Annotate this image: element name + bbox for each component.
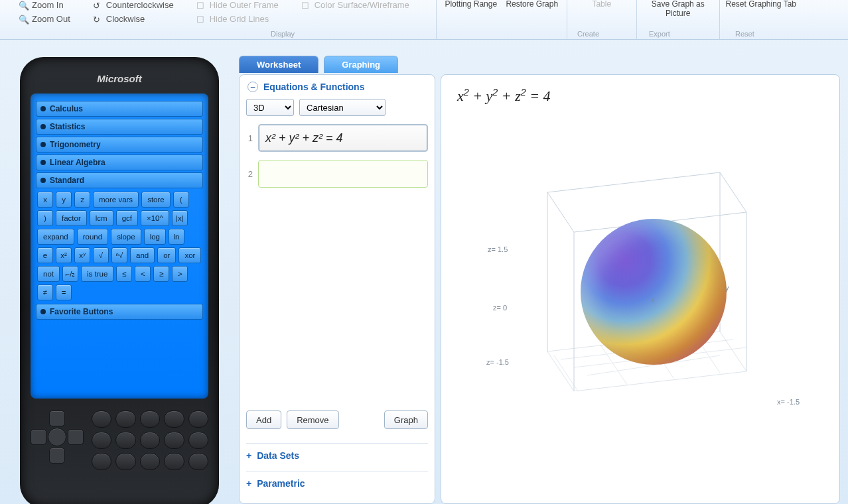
ccw-icon: ↺ <box>93 1 102 10</box>
key-x[interactable]: x <box>37 192 53 208</box>
key-pow[interactable]: xʸ <box>74 247 90 263</box>
bullet-icon <box>40 309 46 314</box>
rotate-cw-button[interactable]: ↻Clockwise <box>93 14 174 24</box>
key-abs[interactable]: |x| <box>172 210 188 226</box>
hw-key[interactable] <box>140 432 160 449</box>
key-ln[interactable]: ln <box>169 229 184 245</box>
restore-graph-button[interactable]: Restore Graph <box>502 0 563 9</box>
section-calculus[interactable]: Calculus <box>36 101 203 117</box>
zoom-out-button[interactable]: 🔍Zoom Out <box>19 14 70 24</box>
remove-button[interactable]: Remove <box>287 410 338 429</box>
hw-key[interactable] <box>164 453 184 470</box>
key-sci[interactable]: ×10^ <box>141 210 169 226</box>
equation-input-1[interactable]: x² + y² + z² = 4 <box>258 124 428 152</box>
key-nroot[interactable]: ⁿ√ <box>111 247 127 263</box>
bullet-icon <box>40 106 46 111</box>
svg-line-9 <box>554 355 581 391</box>
hw-key[interactable] <box>164 432 184 449</box>
key-ge[interactable]: ≥ <box>153 266 169 282</box>
key-y[interactable]: y <box>56 192 72 208</box>
key-istrue[interactable]: is true <box>81 266 113 282</box>
key-lparen[interactable]: ( <box>173 192 189 208</box>
section-data-sets[interactable]: +Data Sets <box>246 443 428 461</box>
hw-key[interactable] <box>188 432 208 449</box>
section-statistics[interactable]: Statistics <box>36 119 203 135</box>
key-round[interactable]: round <box>77 229 108 245</box>
add-button[interactable]: Add <box>246 410 281 429</box>
hw-key[interactable] <box>92 432 111 449</box>
key-ne[interactable]: ≠ <box>37 284 53 300</box>
key-not[interactable]: not <box>37 266 60 282</box>
rotate-ccw-button[interactable]: ↺Counterclockwise <box>93 0 174 10</box>
key-gt[interactable]: > <box>172 266 188 282</box>
key-store[interactable]: store <box>141 192 171 208</box>
bullet-icon <box>40 160 46 165</box>
workspace: Microsoft Calculus Statistics Trigonomet… <box>0 40 848 504</box>
dpad-left[interactable] <box>31 429 46 445</box>
key-or[interactable]: or <box>157 247 176 263</box>
equations-panel: −Equations & Functions 3D Cartesian 1 x²… <box>239 74 435 504</box>
device-brand: Microsoft <box>31 73 208 84</box>
key-le[interactable]: ≤ <box>116 266 132 282</box>
hw-key[interactable] <box>115 410 135 428</box>
hw-key[interactable] <box>140 410 160 428</box>
ribbon-separator <box>719 0 720 39</box>
hw-key[interactable] <box>164 410 184 428</box>
key-factor[interactable]: factor <box>56 210 87 226</box>
section-favorite-buttons[interactable]: Favorite Buttons <box>36 304 203 320</box>
hw-key[interactable] <box>140 453 160 470</box>
hw-key[interactable] <box>115 432 135 449</box>
key-rparen[interactable]: ) <box>37 210 53 226</box>
graph-button[interactable]: Graph <box>384 410 428 429</box>
hw-key[interactable] <box>92 410 111 428</box>
graph-viewer: x2 + y2 + z2 = 4 <box>441 74 840 504</box>
dpad-center[interactable] <box>48 428 66 446</box>
color-surface-checkbox[interactable]: ☐Color Surface/Wireframe <box>301 0 409 10</box>
tab-worksheet[interactable]: Worksheet <box>239 56 318 73</box>
save-graph-button[interactable]: Save Graph as Picture <box>641 0 715 19</box>
dimension-select[interactable]: 3D <box>246 99 294 116</box>
key-lt[interactable]: < <box>135 266 151 282</box>
key-gcf[interactable]: gcf <box>116 210 138 226</box>
section-parametric[interactable]: +Parametric <box>246 471 428 489</box>
plot-3d[interactable]: z= 1.5 z= 0 z= -1.5 x= -1.5 y x <box>461 119 819 438</box>
key-slope[interactable]: slope <box>111 229 141 245</box>
section-standard[interactable]: Standard <box>36 172 203 188</box>
key-and[interactable]: and <box>130 247 155 263</box>
zoom-in-button[interactable]: 🔍Zoom In <box>19 0 70 10</box>
reset-graphing-tab-button[interactable]: Reset Graphing Tab <box>724 0 798 9</box>
dpad-up[interactable] <box>49 410 65 426</box>
key-lcm[interactable]: lcm <box>90 210 113 226</box>
key-eq[interactable]: = <box>56 284 72 300</box>
hw-key[interactable] <box>92 453 111 470</box>
bullet-icon <box>40 124 46 129</box>
plotting-range-button[interactable]: Plotting Range <box>441 0 502 9</box>
bullet-icon <box>40 178 46 183</box>
key-more-vars[interactable]: more vars <box>93 192 139 208</box>
x-axis-label: x <box>651 296 655 304</box>
equation-input-2[interactable] <box>258 160 428 188</box>
hw-key[interactable] <box>188 410 208 428</box>
key-z[interactable]: z <box>74 192 90 208</box>
equations-header[interactable]: −Equations & Functions <box>247 82 428 92</box>
dpad-down[interactable] <box>49 448 65 464</box>
dpad-right[interactable] <box>68 429 84 445</box>
key-log[interactable]: log <box>144 229 166 245</box>
key-e[interactable]: e <box>37 247 53 263</box>
key-expand[interactable]: expand <box>37 229 74 245</box>
hide-outer-frame-checkbox[interactable]: ☐Hide Outer Frame <box>196 0 279 10</box>
coord-system-select[interactable]: Cartesian <box>299 99 386 116</box>
hw-key[interactable] <box>115 453 135 470</box>
key-sq[interactable]: x² <box>56 247 72 263</box>
key-xor[interactable]: xor <box>178 247 201 263</box>
section-linear-algebra[interactable]: Linear Algebra <box>36 155 203 170</box>
zoom-out-icon: 🔍 <box>19 15 28 24</box>
hw-key[interactable] <box>188 453 208 470</box>
key-sqrt[interactable]: √ <box>93 247 109 263</box>
cw-icon: ↻ <box>93 15 102 24</box>
hide-grid-lines-checkbox[interactable]: ☐Hide Grid Lines <box>196 14 279 24</box>
key-neg-half[interactable]: ⌐/₂ <box>62 266 78 282</box>
section-trigonometry[interactable]: Trigonometry <box>36 137 203 153</box>
y-axis-label: y <box>725 284 729 292</box>
tab-graphing[interactable]: Graphing <box>324 56 398 73</box>
